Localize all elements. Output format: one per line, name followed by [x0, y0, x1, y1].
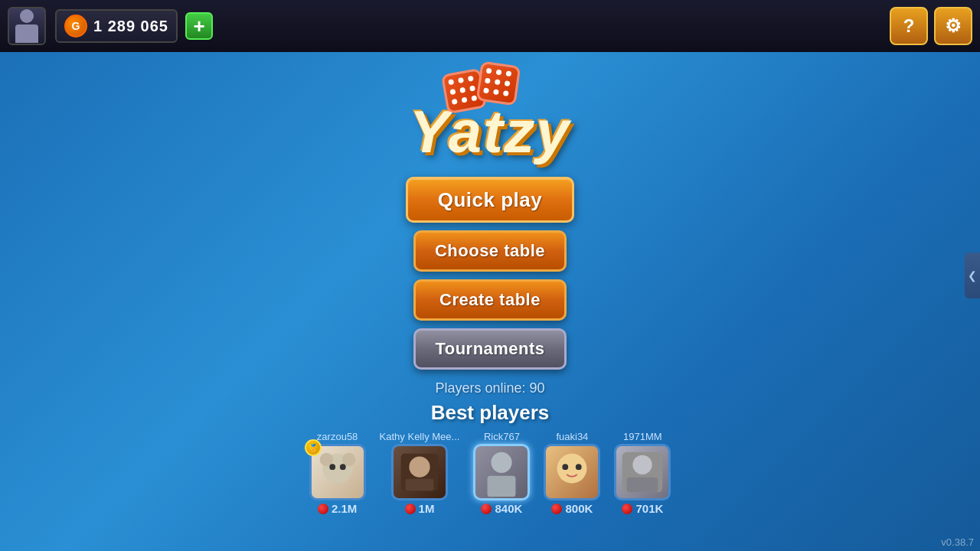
player-name: 1971MM	[623, 431, 662, 442]
choose-table-button[interactable]: Choose table	[413, 230, 567, 272]
create-table-button[interactable]: Create table	[413, 279, 567, 321]
player-avatar	[473, 444, 530, 500]
player-avatar-wrap	[544, 444, 600, 500]
player-name: Kathy Kelly Mee...	[380, 431, 460, 442]
score-icon	[318, 504, 328, 514]
svg-point-8	[492, 452, 512, 473]
dice-decoration	[444, 64, 536, 125]
collapse-panel-button[interactable]: ❮	[965, 253, 980, 298]
player-silhouette-icon	[13, 9, 41, 43]
rank-badge: 🏅	[305, 439, 322, 456]
svg-point-6	[409, 457, 430, 478]
players-online-label: Players online: 90	[435, 380, 544, 396]
svg-point-12	[576, 464, 582, 470]
tournaments-button[interactable]: Tournaments	[413, 328, 567, 370]
settings-button[interactable]: ⚙	[934, 7, 972, 45]
help-button[interactable]: ?	[890, 7, 928, 45]
player-avatar-wrap: 🏅	[309, 444, 366, 500]
svg-point-2	[341, 453, 354, 466]
add-coins-button[interactable]: +	[185, 12, 213, 40]
avatar-svg	[546, 445, 598, 499]
player-avatar-wrap	[473, 444, 530, 500]
score-icon	[481, 504, 492, 514]
player-name: fuaki34	[556, 431, 588, 442]
best-players-section: Best players zarzou58🏅 2.1MKathy Kelly M…	[309, 401, 671, 515]
player-avatar	[614, 444, 671, 500]
coin-value: 1 289 065	[93, 18, 168, 35]
player-card: 1971MM 701K	[614, 431, 671, 515]
player-score: 800K	[551, 502, 593, 515]
coin-icon: G	[64, 15, 87, 37]
main-buttons: Quick play Choose table Create table Tou…	[406, 177, 574, 370]
player-avatar-wrap	[614, 444, 671, 500]
avatar-button[interactable]	[8, 7, 46, 45]
avatar-svg	[394, 445, 446, 499]
player-card: zarzou58🏅 2.1M	[309, 431, 366, 515]
player-avatar	[391, 444, 448, 500]
header-right-buttons: ? ⚙	[890, 7, 972, 45]
player-card: fuaki34 800K	[544, 431, 600, 515]
svg-rect-15	[627, 478, 658, 492]
player-name: Rick767	[484, 431, 520, 442]
logo-area: Yatzy	[410, 64, 571, 161]
svg-point-11	[563, 464, 569, 470]
svg-point-10	[557, 454, 587, 484]
avatar-svg	[475, 445, 528, 499]
svg-point-14	[633, 455, 652, 474]
player-avatar	[544, 444, 600, 500]
score-icon	[622, 504, 632, 514]
best-players-title: Best players	[431, 401, 550, 425]
player-name: zarzou58	[317, 431, 358, 442]
player-card: Kathy Kelly Mee... 1M	[380, 431, 460, 515]
svg-point-1	[319, 453, 332, 466]
player-score: 1M	[405, 502, 435, 515]
svg-point-4	[340, 464, 346, 470]
chevron-left-icon: ❮	[968, 269, 977, 282]
quick-play-button[interactable]: Quick play	[406, 177, 574, 223]
player-avatar-wrap	[391, 444, 448, 500]
score-icon	[405, 504, 416, 514]
svg-rect-7	[406, 479, 434, 491]
score-icon	[551, 504, 562, 514]
coin-display: G 1 289 065	[55, 9, 178, 43]
main-content: Yatzy Quick play Choose table Create tab…	[0, 52, 980, 551]
player-score: 701K	[622, 502, 663, 515]
dice-right	[476, 61, 521, 106]
svg-rect-9	[488, 476, 516, 497]
player-score: 840K	[481, 502, 522, 515]
players-row: zarzou58🏅 2.1MKathy Kelly Mee... 1MRick7…	[309, 431, 671, 515]
version-label: v0.38.7	[941, 536, 974, 548]
header-bar: G 1 289 065 + ? ⚙	[0, 0, 980, 52]
player-score: 2.1M	[318, 502, 357, 515]
player-card: Rick767 840K	[473, 431, 530, 515]
svg-point-3	[329, 464, 335, 470]
avatar-svg	[616, 445, 668, 499]
